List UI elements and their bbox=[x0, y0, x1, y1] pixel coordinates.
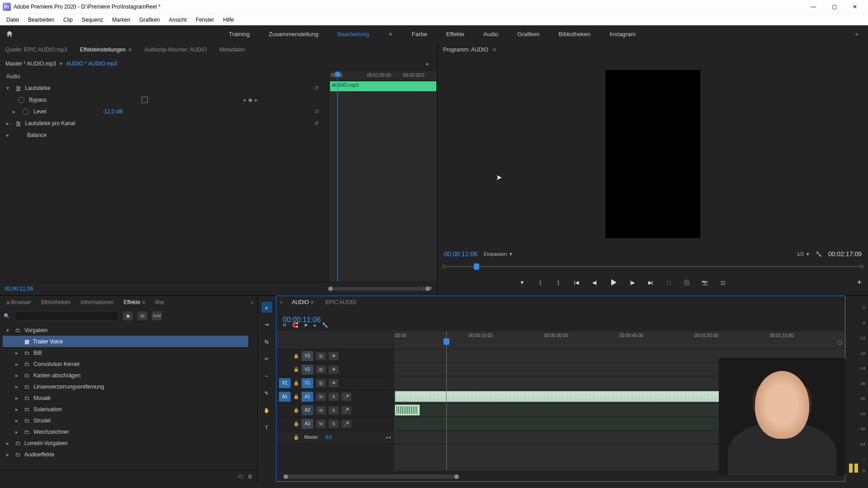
lock-icon[interactable]: 🔒 bbox=[293, 353, 299, 358]
marker-icon[interactable]: ⬥ bbox=[313, 322, 316, 328]
ec-zoom-scroll[interactable] bbox=[330, 287, 428, 291]
tree-node-lens[interactable]: ▸🗀Linsenverzerrungsentfernung bbox=[3, 381, 248, 392]
effect-timeline[interactable]: 00:00 00:01:00:00 00:02:00:0 AUDIO.mp3 bbox=[329, 70, 437, 282]
panel-menu-icon[interactable]: ≡ bbox=[128, 47, 132, 53]
ws-instagram[interactable]: Instagram bbox=[608, 28, 637, 40]
add-marker-timeline[interactable]: ➤ bbox=[304, 322, 308, 328]
ws-farbe[interactable]: Farbe bbox=[410, 28, 429, 40]
lock-icon[interactable]: 🔒 bbox=[293, 380, 299, 385]
reset-volume-icon[interactable]: ↺ bbox=[314, 85, 319, 91]
minimize-button[interactable]: — bbox=[803, 0, 824, 14]
go-to-out-button[interactable]: ▶| bbox=[645, 277, 656, 288]
source-timecode[interactable]: 00:00:11:06 bbox=[5, 286, 33, 292]
ws-bibliotheken[interactable]: Bibliotheken bbox=[557, 28, 592, 40]
tree-node-bib[interactable]: ▸🗀BiB bbox=[3, 347, 248, 358]
lift-button[interactable]: ⬚ bbox=[663, 277, 675, 288]
menu-sequenz[interactable]: Sequenz bbox=[77, 17, 108, 23]
button-editor-add[interactable]: + bbox=[857, 278, 862, 287]
voice-over-icon[interactable]: 🎤 bbox=[341, 406, 351, 414]
reset-level-icon[interactable]: ↺ bbox=[314, 108, 319, 115]
tab-info[interactable]: Informationen bbox=[78, 297, 116, 307]
track-header-master[interactable]: 🔒Master0,0▸◂ bbox=[276, 431, 393, 444]
next-keyframe-icon[interactable]: ▸ bbox=[255, 97, 258, 103]
caret-down-icon[interactable]: ▾ bbox=[6, 85, 12, 91]
voice-over-icon[interactable]: 🎤 bbox=[341, 393, 351, 401]
ripple-edit-tool[interactable]: ⇆ bbox=[261, 336, 272, 347]
tree-node-blur[interactable]: ▸🗀Weichzeichner bbox=[3, 426, 248, 437]
menu-datei[interactable]: Datei bbox=[2, 17, 24, 23]
fx-toggle[interactable]: fx bbox=[16, 120, 20, 127]
caret-right-icon[interactable]: ▸ bbox=[6, 132, 12, 138]
eye-icon[interactable]: 👁 bbox=[329, 352, 339, 360]
solo-button[interactable]: S bbox=[329, 406, 339, 414]
level-keyframe-toggle[interactable] bbox=[23, 108, 29, 115]
ws-bearbeitung[interactable]: Bearbeitung bbox=[335, 28, 371, 40]
tree-node-audiofx[interactable]: ▸🗀Audioeffekte bbox=[3, 449, 248, 460]
step-forward-button[interactable]: |▶ bbox=[627, 277, 638, 288]
menu-bearbeiten[interactable]: Bearbeiten bbox=[24, 17, 59, 23]
panel-menu-icon[interactable]: ≡ bbox=[311, 299, 314, 305]
new-bin-icon[interactable]: 🗀 bbox=[238, 474, 243, 479]
track-header-v3[interactable]: 🔒V3⊟👁 bbox=[276, 349, 393, 363]
sync-lock-icon[interactable]: ⊟ bbox=[316, 352, 326, 360]
chevron-down-icon[interactable]: ▾ bbox=[60, 61, 62, 67]
ec-playhead[interactable] bbox=[337, 70, 338, 282]
lock-icon[interactable]: 🔒 bbox=[293, 435, 299, 440]
mute-button[interactable]: M bbox=[316, 406, 326, 414]
ws-audio[interactable]: Audio bbox=[481, 28, 500, 40]
pen-tool[interactable]: ✎ bbox=[261, 388, 272, 399]
tab-effect-controls[interactable]: Effekteinstellungen≡ bbox=[77, 45, 134, 55]
audio-clip-short[interactable] bbox=[395, 404, 420, 416]
tab-effects[interactable]: Effekte ≡ bbox=[121, 297, 148, 307]
add-marker-button[interactable]: ▼ bbox=[516, 277, 528, 288]
fx-badge-accelerated[interactable]: ▣ bbox=[123, 311, 133, 320]
tree-node-convolution[interactable]: ▸🗀Convolution Kernel bbox=[3, 358, 248, 370]
menu-fenster[interactable]: Fenster bbox=[191, 17, 219, 23]
timeline-ruler[interactable]: :00:00 00:00:15:00 00:00:30:00 00:00:45:… bbox=[394, 331, 845, 349]
menu-grafiken[interactable]: Grafiken bbox=[135, 17, 164, 23]
tabs-overflow-icon[interactable]: » bbox=[251, 300, 254, 305]
ws-grafiken[interactable]: Grafiken bbox=[515, 28, 541, 40]
out-marker[interactable] bbox=[860, 265, 863, 268]
tree-node-mosaic[interactable]: ▸🗀Mosaik bbox=[3, 392, 248, 404]
track-select-tool[interactable]: ⇥ bbox=[261, 319, 272, 330]
extract-button[interactable]: ⬛ bbox=[681, 277, 693, 288]
master-level-value[interactable]: 0,0 bbox=[326, 435, 332, 440]
ws-overflow-button[interactable]: » bbox=[845, 31, 868, 37]
ws-zusammenstellung[interactable]: Zusammenstellung bbox=[267, 28, 320, 40]
resolution-dropdown[interactable]: 1/2▾ bbox=[797, 251, 809, 257]
menu-marken[interactable]: Marken bbox=[108, 17, 135, 23]
tree-node-vorgaben[interactable]: ▾🗀Vorgaben bbox=[3, 324, 248, 336]
fx-toggle[interactable]: fx bbox=[16, 85, 20, 91]
sequence-clip-link[interactable]: AUDIO * AUDIO.mp3 bbox=[66, 61, 117, 67]
settings-icon[interactable]: 🔧 bbox=[322, 322, 328, 328]
mark-in-button[interactable]: { bbox=[534, 277, 546, 288]
export-frame-button[interactable]: 📷 bbox=[699, 277, 711, 288]
ws-effekte[interactable]: Effekte bbox=[444, 28, 466, 40]
mute-button[interactable]: M bbox=[316, 393, 326, 401]
sync-lock-icon[interactable]: ⊟ bbox=[316, 379, 326, 387]
delete-icon[interactable]: 🗑 bbox=[248, 474, 253, 479]
track-header-v1[interactable]: V1🔒V1⊟👁 bbox=[276, 376, 393, 390]
add-keyframe-icon[interactable]: ◆ bbox=[248, 97, 252, 103]
lock-icon[interactable]: 🔒 bbox=[293, 408, 299, 413]
lock-icon[interactable]: 🔒 bbox=[293, 367, 299, 372]
selection-tool[interactable]: ▲ bbox=[261, 302, 272, 313]
tab-metadata[interactable]: Metadaten bbox=[217, 45, 248, 55]
track-header-a1[interactable]: A1🔒A1MS🎤 bbox=[276, 390, 393, 404]
timeline-zoom-scroll[interactable] bbox=[285, 474, 457, 479]
type-tool[interactable]: T bbox=[261, 422, 272, 433]
snap-toggle[interactable]: ⤱ bbox=[283, 322, 287, 328]
prev-keyframe-icon[interactable]: ◂ bbox=[243, 97, 245, 103]
voice-over-icon[interactable]: 🎤 bbox=[341, 420, 351, 428]
program-playhead[interactable] bbox=[474, 263, 479, 270]
wrench-icon[interactable]: 🔧 bbox=[816, 251, 822, 257]
close-tab-icon[interactable]: × bbox=[280, 300, 283, 305]
timeline-tab-audio[interactable]: AUDIO ≡ bbox=[289, 297, 316, 307]
track-header-a2[interactable]: 🔒A2MS🎤 bbox=[276, 404, 393, 417]
tab-libraries[interactable]: Bibliotheken bbox=[38, 297, 73, 307]
tree-node-trailer-voice[interactable]: ▦Trailer Voice bbox=[3, 336, 248, 347]
menu-ansicht[interactable]: Ansicht bbox=[164, 17, 191, 23]
timeline-tab-epic-audio[interactable]: EPIC AUDIO bbox=[323, 297, 359, 307]
expand-icon[interactable]: ▸◂ bbox=[386, 435, 391, 440]
